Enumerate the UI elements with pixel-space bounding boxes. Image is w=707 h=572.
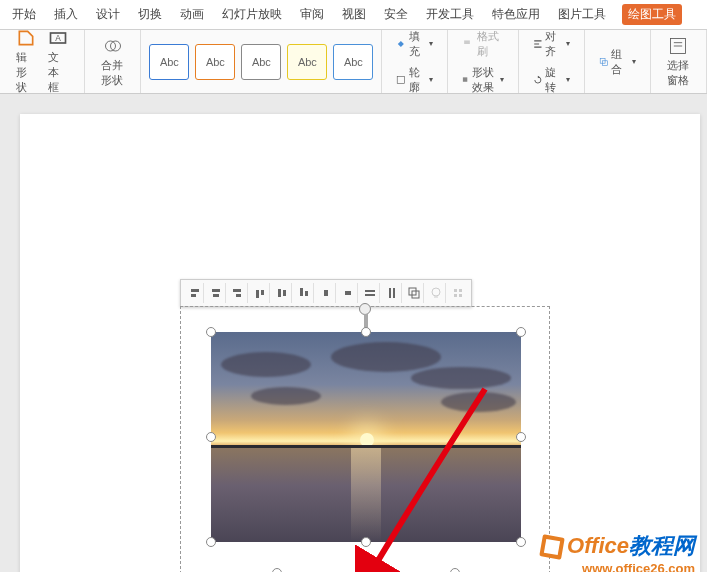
- svg-text:A: A: [55, 33, 61, 43]
- tab-drawing-tools[interactable]: 绘图工具: [622, 4, 682, 25]
- align-right-icon: [231, 286, 245, 300]
- resize-handle[interactable]: [361, 327, 371, 337]
- tab-start[interactable]: 开始: [10, 4, 38, 25]
- align-icon: [533, 37, 543, 51]
- tab-security[interactable]: 安全: [382, 4, 410, 25]
- format-painter-button[interactable]: 格式刷: [458, 27, 507, 61]
- edit-shape-icon: [16, 28, 36, 48]
- edit-shape-label: 辑形状: [16, 50, 36, 95]
- align-right-button[interactable]: [228, 283, 248, 303]
- resize-handle[interactable]: [516, 432, 526, 442]
- tab-devtools[interactable]: 开发工具: [424, 4, 476, 25]
- group-label: 组合: [611, 47, 626, 77]
- slide-canvas-area: 风景美如画 Office教程网 www.office26.com: [0, 94, 707, 572]
- svg-point-11: [432, 288, 440, 296]
- shape-style-4[interactable]: Abc: [287, 44, 327, 80]
- watermark-logo-icon: [539, 534, 564, 559]
- svg-rect-5: [463, 77, 467, 81]
- align-center-h-icon: [209, 286, 223, 300]
- align-top-button[interactable]: [250, 283, 270, 303]
- textbox-icon: A: [48, 28, 68, 48]
- shape-effect-button[interactable]: 形状效果▾: [458, 63, 507, 97]
- image-placeholder[interactable]: [211, 332, 521, 542]
- menu-tabs: 开始 插入 设计 切换 动画 幻灯片放映 审阅 视图 安全 开发工具 特色应用 …: [0, 0, 707, 30]
- selection-group[interactable]: 风景美如画: [180, 306, 550, 572]
- align-bottom-icon: [297, 286, 311, 300]
- ribbon: 辑形状 A 文本框 合并形状 Abc Abc Abc Abc Abc 填充▾ 轮…: [0, 30, 707, 94]
- align-button[interactable]: 对齐▾: [529, 27, 574, 61]
- tab-design[interactable]: 设计: [94, 4, 122, 25]
- outline-label: 轮廓: [409, 65, 424, 95]
- same-width-button[interactable]: [360, 283, 380, 303]
- resize-handle[interactable]: [206, 432, 216, 442]
- textbox-label: 文本框: [48, 50, 68, 95]
- resize-handle[interactable]: [516, 327, 526, 337]
- tab-picture-tools[interactable]: 图片工具: [556, 4, 608, 25]
- same-height-icon: [385, 286, 399, 300]
- resize-handle[interactable]: [206, 327, 216, 337]
- select-pane-label: 选择窗格: [667, 58, 690, 88]
- distribute-v-icon: [341, 286, 355, 300]
- edit-shape-button[interactable]: 辑形状: [10, 26, 42, 97]
- shape-style-5[interactable]: Abc: [333, 44, 373, 80]
- watermark-title: Office教程网: [541, 531, 695, 561]
- tab-transition[interactable]: 切换: [136, 4, 164, 25]
- align-left-button[interactable]: [184, 283, 204, 303]
- textbox-button[interactable]: A 文本框: [42, 26, 74, 97]
- more-toolbar-button[interactable]: [448, 283, 468, 303]
- tab-animation[interactable]: 动画: [178, 4, 206, 25]
- tab-view[interactable]: 视图: [340, 4, 368, 25]
- textbox-rotation-stem: [364, 555, 368, 569]
- merge-shape-button[interactable]: 合并形状: [95, 34, 130, 90]
- distribute-h-button[interactable]: [316, 283, 336, 303]
- more-icon: [451, 286, 465, 300]
- resize-handle[interactable]: [450, 568, 460, 572]
- lightbulb-icon: [429, 286, 443, 300]
- group-toolbar-button[interactable]: [404, 283, 424, 303]
- rotate-label: 旋转: [545, 65, 560, 95]
- distribute-v-button[interactable]: [338, 283, 358, 303]
- idea-button[interactable]: [426, 283, 446, 303]
- group-icon: [407, 286, 421, 300]
- fill-label: 填充: [409, 29, 424, 59]
- resize-handle[interactable]: [361, 568, 371, 572]
- group-button[interactable]: 组合▾: [595, 45, 640, 79]
- align-middle-v-icon: [275, 286, 289, 300]
- align-center-h-button[interactable]: [206, 283, 226, 303]
- align-top-icon: [253, 286, 267, 300]
- image-rotation-stem: [364, 314, 368, 328]
- rotate-button[interactable]: 旋转▾: [529, 63, 574, 97]
- align-left-icon: [187, 286, 201, 300]
- shape-styles-gallery[interactable]: Abc Abc Abc Abc Abc: [141, 30, 382, 93]
- same-width-icon: [363, 286, 377, 300]
- resize-handle[interactable]: [206, 537, 216, 547]
- outline-button[interactable]: 轮廓▾: [392, 63, 437, 97]
- same-height-button[interactable]: [382, 283, 402, 303]
- paintbrush-icon: [462, 37, 473, 51]
- align-label: 对齐: [545, 29, 560, 59]
- tab-review[interactable]: 审阅: [298, 4, 326, 25]
- tab-insert[interactable]: 插入: [52, 4, 80, 25]
- select-pane-icon: [668, 36, 688, 56]
- watermark-url: www.office26.com: [541, 561, 695, 572]
- tab-slideshow[interactable]: 幻灯片放映: [220, 4, 284, 25]
- shape-style-2[interactable]: Abc: [195, 44, 235, 80]
- resize-handle[interactable]: [516, 537, 526, 547]
- shape-style-1[interactable]: Abc: [149, 44, 189, 80]
- shape-style-3[interactable]: Abc: [241, 44, 281, 80]
- paint-bucket-icon: [396, 37, 406, 51]
- format-painter-label: 格式刷: [477, 29, 504, 59]
- tab-special[interactable]: 特色应用: [490, 4, 542, 25]
- watermark: Office教程网 www.office26.com: [541, 531, 695, 572]
- fill-button[interactable]: 填充▾: [392, 27, 437, 61]
- merge-shape-label: 合并形状: [101, 58, 124, 88]
- resize-handle[interactable]: [361, 537, 371, 547]
- select-pane-button[interactable]: 选择窗格: [661, 34, 696, 90]
- resize-handle[interactable]: [272, 568, 282, 572]
- align-bottom-button[interactable]: [294, 283, 314, 303]
- align-middle-v-button[interactable]: [272, 283, 292, 303]
- sunset-photo: [211, 332, 521, 542]
- shape-effect-icon: [462, 73, 469, 87]
- merge-shape-icon: [103, 36, 123, 56]
- distribute-h-icon: [319, 286, 333, 300]
